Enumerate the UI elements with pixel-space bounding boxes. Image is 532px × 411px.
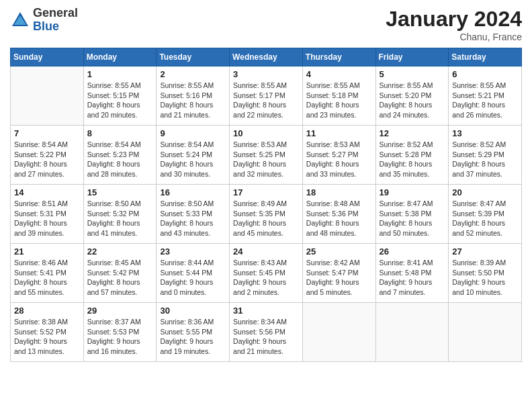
- day-info: Sunrise: 8:41 AMSunset: 5:48 PMDaylight:…: [380, 258, 445, 298]
- day-info: Sunrise: 8:52 AMSunset: 5:29 PMDaylight:…: [452, 140, 518, 179]
- calendar-day-cell: 31Sunrise: 8:34 AMSunset: 5:56 PMDayligh…: [230, 303, 303, 362]
- calendar-day-cell: 25Sunrise: 8:42 AMSunset: 5:47 PMDayligh…: [302, 244, 375, 303]
- day-number: 20: [452, 187, 518, 197]
- day-info: Sunrise: 8:39 AMSunset: 5:50 PMDaylight:…: [452, 258, 518, 298]
- day-info: Sunrise: 8:55 AMSunset: 5:17 PMDaylight:…: [233, 81, 299, 120]
- calendar-day-cell: [449, 303, 522, 362]
- day-number: 9: [160, 128, 226, 138]
- logo-blue-text: Blue: [33, 20, 78, 34]
- calendar-day-cell: 16Sunrise: 8:50 AMSunset: 5:33 PMDayligh…: [157, 185, 230, 244]
- day-info: Sunrise: 8:50 AMSunset: 5:32 PMDaylight:…: [87, 199, 153, 238]
- calendar-week-row: 1Sunrise: 8:55 AMSunset: 5:15 PMDaylight…: [11, 66, 522, 126]
- day-info: Sunrise: 8:51 AMSunset: 5:31 PMDaylight:…: [14, 199, 80, 238]
- calendar-day-cell: 17Sunrise: 8:49 AMSunset: 5:35 PMDayligh…: [230, 185, 303, 244]
- calendar-day-cell: 11Sunrise: 8:53 AMSunset: 5:27 PMDayligh…: [302, 126, 375, 185]
- day-info: Sunrise: 8:37 AMSunset: 5:53 PMDaylight:…: [87, 317, 153, 357]
- calendar-day-cell: 9Sunrise: 8:54 AMSunset: 5:24 PMDaylight…: [157, 126, 230, 185]
- calendar-table: Sunday Monday Tuesday Wednesday Thursday…: [10, 48, 522, 362]
- day-info: Sunrise: 8:53 AMSunset: 5:25 PMDaylight:…: [233, 140, 299, 179]
- day-info: Sunrise: 8:38 AMSunset: 5:52 PMDaylight:…: [14, 317, 80, 357]
- calendar-day-cell: 22Sunrise: 8:45 AMSunset: 5:42 PMDayligh…: [83, 244, 157, 303]
- day-info: Sunrise: 8:45 AMSunset: 5:42 PMDaylight:…: [87, 258, 153, 298]
- logo: General Blue: [10, 7, 78, 34]
- day-number: 12: [380, 128, 445, 138]
- calendar-day-cell: [302, 303, 375, 362]
- day-info: Sunrise: 8:48 AMSunset: 5:36 PMDaylight:…: [306, 199, 372, 238]
- day-number: 30: [160, 306, 226, 316]
- day-number: 8: [87, 128, 153, 138]
- day-number: 2: [160, 69, 226, 79]
- day-info: Sunrise: 8:55 AMSunset: 5:16 PMDaylight:…: [160, 81, 226, 120]
- day-number: 21: [14, 246, 80, 257]
- calendar-day-cell: 27Sunrise: 8:39 AMSunset: 5:50 PMDayligh…: [449, 244, 522, 303]
- calendar-week-row: 7Sunrise: 8:54 AMSunset: 5:22 PMDaylight…: [11, 126, 522, 185]
- day-info: Sunrise: 8:42 AMSunset: 5:47 PMDaylight:…: [306, 258, 372, 298]
- day-number: 14: [14, 187, 80, 197]
- col-wednesday: Wednesday: [230, 48, 303, 66]
- col-sunday: Sunday: [11, 48, 84, 66]
- day-info: Sunrise: 8:46 AMSunset: 5:41 PMDaylight:…: [14, 258, 80, 298]
- calendar-day-cell: 18Sunrise: 8:48 AMSunset: 5:36 PMDayligh…: [302, 185, 375, 244]
- day-info: Sunrise: 8:36 AMSunset: 5:55 PMDaylight:…: [160, 317, 226, 357]
- calendar-header: Sunday Monday Tuesday Wednesday Thursday…: [11, 48, 522, 66]
- calendar-day-cell: 14Sunrise: 8:51 AMSunset: 5:31 PMDayligh…: [11, 185, 84, 244]
- day-info: Sunrise: 8:55 AMSunset: 5:15 PMDaylight:…: [87, 81, 153, 120]
- calendar-day-cell: 26Sunrise: 8:41 AMSunset: 5:48 PMDayligh…: [375, 244, 449, 303]
- calendar-day-cell: 24Sunrise: 8:43 AMSunset: 5:45 PMDayligh…: [230, 244, 303, 303]
- day-info: Sunrise: 8:54 AMSunset: 5:24 PMDaylight:…: [160, 140, 226, 179]
- day-number: 10: [233, 128, 299, 138]
- month-title: January 2024: [386, 7, 522, 32]
- calendar-day-cell: 4Sunrise: 8:55 AMSunset: 5:18 PMDaylight…: [302, 66, 375, 126]
- day-number: 15: [87, 187, 153, 197]
- calendar-day-cell: 28Sunrise: 8:38 AMSunset: 5:52 PMDayligh…: [11, 303, 84, 362]
- day-number: 7: [14, 128, 80, 138]
- calendar-day-cell: 12Sunrise: 8:52 AMSunset: 5:28 PMDayligh…: [375, 126, 449, 185]
- day-info: Sunrise: 8:53 AMSunset: 5:27 PMDaylight:…: [306, 140, 372, 179]
- day-number: 13: [452, 128, 518, 138]
- page-container: General Blue January 2024 Chanu, France …: [0, 0, 532, 411]
- day-number: 16: [160, 187, 226, 197]
- day-number: 27: [452, 246, 518, 257]
- logo-general-text: General: [33, 7, 78, 20]
- day-info: Sunrise: 8:49 AMSunset: 5:35 PMDaylight:…: [233, 199, 299, 238]
- day-number: 5: [380, 69, 445, 79]
- calendar-day-cell: 21Sunrise: 8:46 AMSunset: 5:41 PMDayligh…: [11, 244, 84, 303]
- logo-icon: [10, 10, 30, 30]
- day-info: Sunrise: 8:52 AMSunset: 5:28 PMDaylight:…: [380, 140, 445, 179]
- day-number: 28: [14, 306, 80, 316]
- day-number: 1: [87, 69, 153, 79]
- calendar-day-cell: 2Sunrise: 8:55 AMSunset: 5:16 PMDaylight…: [157, 66, 230, 126]
- calendar-day-cell: 7Sunrise: 8:54 AMSunset: 5:22 PMDaylight…: [11, 126, 84, 185]
- day-info: Sunrise: 8:55 AMSunset: 5:20 PMDaylight:…: [380, 81, 445, 120]
- logo-text: General Blue: [33, 7, 78, 34]
- day-number: 17: [233, 187, 299, 197]
- day-number: 29: [87, 306, 153, 316]
- location: Chanu, France: [386, 32, 522, 42]
- calendar-day-cell: [375, 303, 449, 362]
- day-number: 25: [306, 246, 372, 257]
- day-number: 22: [87, 246, 153, 257]
- calendar-day-cell: 1Sunrise: 8:55 AMSunset: 5:15 PMDaylight…: [83, 66, 157, 126]
- day-number: 11: [306, 128, 372, 138]
- col-friday: Friday: [375, 48, 449, 66]
- calendar-day-cell: 30Sunrise: 8:36 AMSunset: 5:55 PMDayligh…: [157, 303, 230, 362]
- day-number: 18: [306, 187, 372, 197]
- day-number: 3: [233, 69, 299, 79]
- calendar-day-cell: 13Sunrise: 8:52 AMSunset: 5:29 PMDayligh…: [449, 126, 522, 185]
- day-info: Sunrise: 8:55 AMSunset: 5:21 PMDaylight:…: [452, 81, 518, 120]
- day-number: 6: [452, 69, 518, 79]
- day-number: 31: [233, 306, 299, 316]
- calendar-day-cell: 19Sunrise: 8:47 AMSunset: 5:38 PMDayligh…: [375, 185, 449, 244]
- day-number: 4: [306, 69, 372, 79]
- day-number: 23: [160, 246, 226, 257]
- calendar-week-row: 14Sunrise: 8:51 AMSunset: 5:31 PMDayligh…: [11, 185, 522, 244]
- title-area: January 2024 Chanu, France: [386, 7, 522, 42]
- header: General Blue January 2024 Chanu, France: [10, 7, 522, 42]
- day-info: Sunrise: 8:50 AMSunset: 5:33 PMDaylight:…: [160, 199, 226, 238]
- calendar-day-cell: 10Sunrise: 8:53 AMSunset: 5:25 PMDayligh…: [230, 126, 303, 185]
- col-saturday: Saturday: [449, 48, 522, 66]
- day-number: 24: [233, 246, 299, 257]
- calendar-day-cell: 3Sunrise: 8:55 AMSunset: 5:17 PMDaylight…: [230, 66, 303, 126]
- day-number: 19: [380, 187, 445, 197]
- calendar-week-row: 28Sunrise: 8:38 AMSunset: 5:52 PMDayligh…: [11, 303, 522, 362]
